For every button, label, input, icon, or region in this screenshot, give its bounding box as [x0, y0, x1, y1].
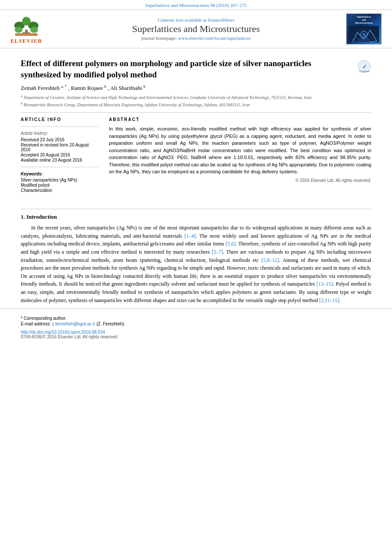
- copyright-line: © 2016 Elsevier Ltd. All rights reserved…: [109, 178, 371, 183]
- ref-5-8-12: [5,8–12]: [261, 257, 279, 263]
- cover-image-svg: [349, 26, 379, 42]
- doi-line[interactable]: http://dx.doi.org/10.1016/j.spmi.2016.08…: [21, 330, 371, 334]
- journal-cover-area: SuperlatticesandMicrostructures: [346, 13, 385, 45]
- author3-sup: b: [143, 84, 146, 89]
- journal-header: ELSEVIER Contents lists available at Sci…: [0, 10, 392, 48]
- divider-keywords: [21, 167, 99, 167]
- author3-name: , Ali Sharifnabi: [108, 85, 143, 92]
- abstract-text: In this work, simple, economic, eco-frie…: [109, 125, 371, 175]
- journal-volume-link[interactable]: Superlattices and Microstructures 98 (20…: [145, 3, 247, 8]
- history-item-1: Received 23 July 2016: [21, 137, 99, 142]
- elsevier-logo-area: ELSEVIER: [7, 13, 46, 45]
- ref-2-11-15: [2,11–15]: [319, 297, 339, 303]
- journal-title: Superlattices and Microstructures: [51, 23, 341, 35]
- affiliations: a Department of Ceramic, Institute of Sc…: [21, 94, 371, 108]
- crossmark-svg: ✓ CrossMark: [357, 60, 371, 73]
- authors-line: Zeinab Fereshteh a, * , Ramin Rojaee b ,…: [21, 84, 371, 92]
- history-label: Article history:: [21, 131, 99, 136]
- author2-sup: b: [104, 84, 106, 89]
- doi-link[interactable]: http://dx.doi.org/10.1016/j.spmi.2016.08…: [21, 330, 105, 334]
- intro-paragraph-1: In the recent years, silver nanoparticle…: [21, 224, 371, 304]
- page: Superlattices and Microstructures 98 (20…: [0, 0, 392, 535]
- author1-sup: a, *: [61, 84, 67, 89]
- footer-area: * Corresponding author. E-mail address: …: [0, 309, 392, 343]
- article-area: ✓ CrossMark Effect of different polymers…: [0, 48, 392, 200]
- svg-text:✓: ✓: [362, 64, 367, 70]
- svg-point-4: [15, 27, 22, 33]
- corresponding-author-note: * Corresponding author.: [21, 316, 371, 321]
- journal-cover: SuperlatticesandMicrostructures: [346, 13, 382, 45]
- email-note: E-mail address: z.fereshteh@kgut.ac.ir (…: [21, 322, 371, 326]
- svg-marker-9: [351, 30, 377, 42]
- svg-rect-7: [15, 33, 38, 36]
- ref-5-6: [5,6]: [226, 241, 236, 247]
- affiliation-b: b Biomaterials Research Group, Departmen…: [21, 101, 371, 108]
- keyword-1: Silver nanoparticles (Ag NPs): [21, 178, 99, 182]
- svg-rect-8: [349, 26, 379, 42]
- synthesis-word: synthesis: [144, 289, 163, 295]
- keyword-2: Modified polyol: [21, 183, 99, 188]
- homepage-link[interactable]: www.elsevier.com/locate/superlattices: [178, 35, 251, 41]
- article-info-col: ARTICLE INFO Article history: Received 2…: [21, 117, 99, 193]
- article-info-abstract: ARTICLE INFO Article history: Received 2…: [21, 117, 371, 193]
- contents-available-text: Contents lists available at ScienceDirec…: [51, 17, 341, 22]
- article-title: Effect of different polymers on morpholo…: [21, 58, 371, 80]
- title-area: ✓ CrossMark Effect of different polymers…: [21, 58, 371, 80]
- top-link-bar[interactable]: Superlattices and Microstructures 98 (20…: [0, 0, 392, 10]
- svg-text:CrossMark: CrossMark: [359, 70, 370, 73]
- svg-point-5: [30, 27, 38, 33]
- history-item-2: Received in revised form 20 August 2016: [21, 143, 99, 152]
- ref-5-7: [5–7]: [212, 249, 223, 255]
- author2-name: , Ramin Rojaee: [68, 85, 104, 92]
- elsevier-brand: ELSEVIER: [10, 38, 42, 45]
- keywords-label: Keywords:: [21, 172, 99, 176]
- svg-point-12: [362, 33, 366, 36]
- journal-header-center: Contents lists available at ScienceDirec…: [51, 17, 341, 41]
- introduction-title: 1. Introduction: [21, 213, 371, 220]
- divider-info: [21, 126, 99, 127]
- affiliation-a: a Department of Ceramic, Institute of Sc…: [21, 94, 371, 101]
- article-info-heading: ARTICLE INFO: [21, 117, 99, 122]
- divider-1: [21, 112, 371, 113]
- abstract-col: ABSTRACT In this work, simple, economic,…: [109, 117, 371, 193]
- journal-cover-title: SuperlatticesandMicrostructures: [355, 16, 373, 25]
- elsevier-tree-icon: [11, 13, 42, 37]
- elsevier-logo: ELSEVIER: [7, 13, 46, 45]
- journal-homepage: journal homepage: www.elsevier.com/locat…: [51, 35, 341, 41]
- introduction-section: 1. Introduction In the recent years, sil…: [21, 213, 371, 304]
- svg-point-3: [22, 17, 31, 25]
- keyword-3: Characterization: [21, 188, 99, 193]
- history-item-4: Available online 23 August 2016: [21, 158, 99, 162]
- history-item-3: Accepted 20 August 2016: [21, 153, 99, 157]
- divider-body: [21, 209, 371, 209]
- issn-line: 0749-6036/© 2016 Elsevier Ltd. All right…: [21, 334, 371, 339]
- crossmark[interactable]: ✓ CrossMark: [357, 60, 371, 75]
- svg-marker-10: [351, 35, 377, 42]
- ref-13-15: [13–15]: [316, 281, 333, 287]
- email-link[interactable]: z.fereshteh@kgut.ac.ir: [52, 322, 95, 326]
- ref-1-4: [1–4]: [185, 233, 196, 239]
- journal-cover-image: [349, 26, 379, 42]
- svg-point-11: [360, 31, 367, 38]
- abstract-heading: ABSTRACT: [109, 117, 371, 122]
- body-area: 1. Introduction In the recent years, sil…: [0, 200, 392, 304]
- author1-name: Zeinab Fereshteh: [21, 85, 61, 92]
- sciencedirect-link[interactable]: ScienceDirect: [207, 17, 234, 22]
